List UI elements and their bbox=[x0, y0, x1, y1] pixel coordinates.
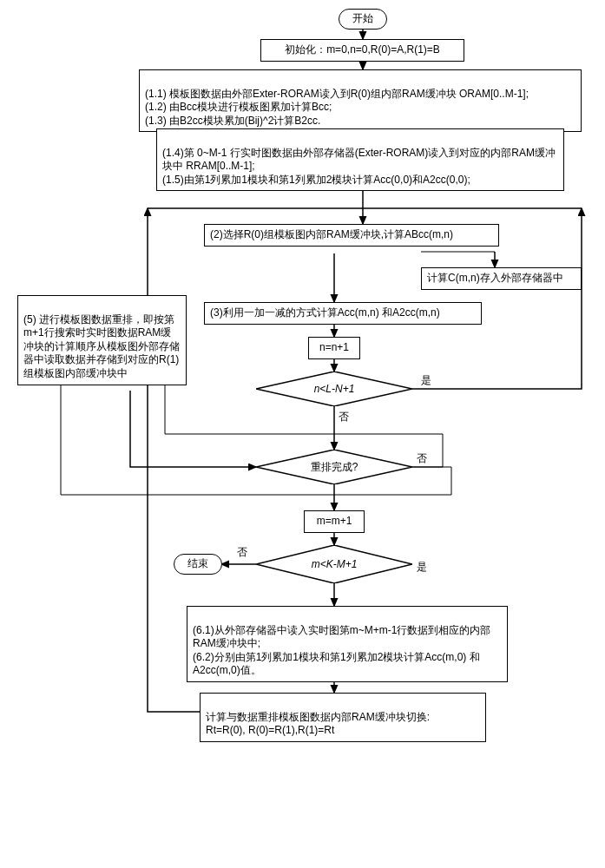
inc-n-box: n=n+1 bbox=[308, 337, 360, 359]
step2b-box: 计算C(m,n)存入外部存储器中 bbox=[421, 267, 582, 290]
cond-reorder-text: 重排完成? bbox=[311, 461, 358, 473]
step7-box: 计算与数据重排模板图数据内部RAM缓冲块切换: Rt=R(0), R(0)=R(… bbox=[200, 693, 486, 742]
step1-4-text: (1.4)第 0~M-1 行实时图数据由外部存储器(Exter-RORAM)读入… bbox=[162, 147, 556, 186]
cond-n-diamond: n<L-N+1 bbox=[256, 372, 412, 406]
cond-m-diamond: m<K-M+1 bbox=[256, 545, 412, 583]
step1-4-box: (1.4)第 0~M-1 行实时图数据由外部存储器(Exter-RORAM)读入… bbox=[156, 128, 564, 191]
step5-box: (5) 进行模板图数据重排，即按第m+1行搜索时实时图数据RAM缓冲块的计算顺序… bbox=[17, 295, 187, 385]
start-label: 开始 bbox=[352, 12, 373, 24]
cond-n-yes: 是 bbox=[421, 373, 431, 388]
inc-n-text: n=n+1 bbox=[319, 341, 349, 353]
step1-1-text: (1.1) 模板图数据由外部Exter-RORAM读入到R(0)组内部RAM缓冲… bbox=[145, 88, 529, 127]
step3-box: (3)利用一加一减的方式计算Acc(m,n) 和A2cc(m,n) bbox=[204, 302, 482, 325]
cond-m-yes: 是 bbox=[417, 560, 427, 575]
inc-m-box: m=m+1 bbox=[304, 510, 365, 533]
step3-text: (3)利用一加一减的方式计算Acc(m,n) 和A2cc(m,n) bbox=[210, 306, 440, 319]
end-terminator: 结束 bbox=[174, 554, 222, 575]
cond-n-no: 否 bbox=[339, 410, 349, 424]
cond-reorder-no: 否 bbox=[417, 451, 427, 466]
cond-m-text: m<K-M+1 bbox=[312, 558, 358, 570]
cond-m-no: 否 bbox=[237, 545, 247, 560]
init-text: 初始化：m=0,n=0,R(0)=A,R(1)=B bbox=[285, 43, 440, 56]
step2-box: (2)选择R(0)组模板图内部RAM缓冲块,计算ABcc(m,n) bbox=[204, 224, 499, 247]
cond-n-text: n<L-N+1 bbox=[314, 383, 355, 395]
step6-text: (6.1)从外部存储器中读入实时图第m~M+m-1行数据到相应的内部RAM缓冲块… bbox=[193, 624, 490, 677]
end-label: 结束 bbox=[187, 557, 208, 569]
step6-box: (6.1)从外部存储器中读入实时图第m~M+m-1行数据到相应的内部RAM缓冲块… bbox=[187, 606, 508, 682]
cond-reorder-diamond: 重排完成? bbox=[256, 450, 412, 484]
step1-1-box: (1.1) 模板图数据由外部Exter-RORAM读入到R(0)组内部RAM缓冲… bbox=[139, 69, 582, 132]
flowchart-container: 开始 初始化：m=0,n=0,R(0)=A,R(1)=B (1.1) 模板图数据… bbox=[9, 9, 596, 859]
step2-text: (2)选择R(0)组模板图内部RAM缓冲块,计算ABcc(m,n) bbox=[210, 228, 453, 240]
init-box: 初始化：m=0,n=0,R(0)=A,R(1)=B bbox=[260, 39, 464, 62]
inc-m-text: m=m+1 bbox=[317, 515, 352, 527]
step5-text: (5) 进行模板图数据重排，即按第m+1行搜索时实时图数据RAM缓冲块的计算顺序… bbox=[23, 313, 180, 379]
step2b-text: 计算C(m,n)存入外部存储器中 bbox=[427, 272, 563, 284]
step7-text: 计算与数据重排模板图数据内部RAM缓冲块切换: Rt=R(0), R(0)=R(… bbox=[206, 711, 430, 737]
start-terminator: 开始 bbox=[339, 9, 387, 30]
